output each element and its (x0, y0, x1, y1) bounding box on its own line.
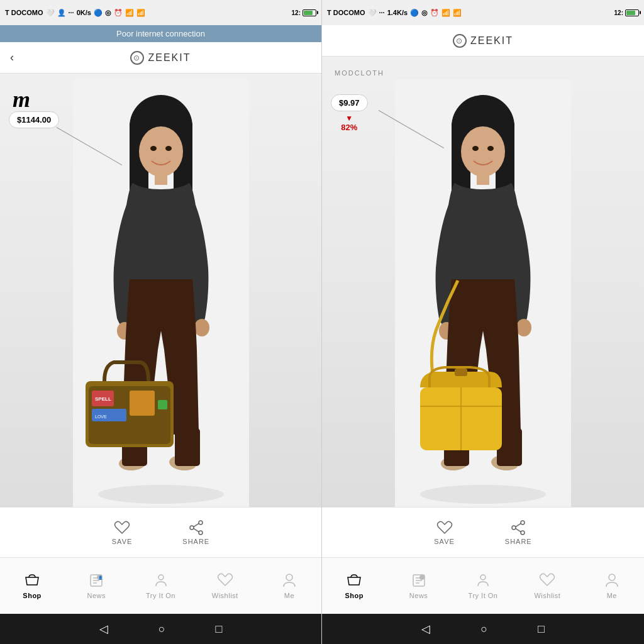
time-left: 12: (292, 9, 301, 16)
status-right-left: 12: (292, 9, 316, 16)
zeekit-logo-icon-left: ⊙ (130, 51, 144, 65)
alarm-icon: ⏰ (114, 9, 123, 17)
nav-tryiton-left[interactable]: Try It On (128, 567, 192, 604)
svg-rect-20 (130, 391, 155, 416)
action-bar-left: SAVE SHARE (0, 507, 321, 557)
nfc-icon-right: ◎ (421, 9, 428, 17)
status-bar-left: T DOCOMO 🤍 👤 ··· 0K/s 🔵 ◎ ⏰ 📶 📶 12: (0, 0, 321, 25)
svg-point-57 (521, 521, 525, 525)
heart-status-right: 🤍 (368, 9, 377, 17)
android-recent-left[interactable]: □ (216, 623, 223, 636)
zeekit-logo-icon-right: ⊙ (453, 34, 467, 48)
discount-pct-right: 82% (341, 123, 357, 132)
android-back-right[interactable]: ◁ (421, 622, 430, 636)
me-icon-left (281, 572, 297, 589)
battery-right (625, 9, 639, 16)
svg-point-6 (139, 126, 183, 177)
dots-status: ··· (69, 9, 74, 16)
nav-shop-right[interactable]: Shop (322, 567, 386, 604)
alarm-icon-right: ⏰ (430, 9, 439, 17)
carrier-left: T DOCOMO (5, 9, 43, 16)
svg-point-24 (199, 521, 203, 525)
svg-line-27 (193, 523, 199, 527)
svg-point-11 (194, 319, 209, 336)
product-area-right[interactable]: MODCLOTH $9.97 ▼ 82% (322, 57, 644, 507)
svg-text:LOVE: LOVE (95, 414, 107, 419)
zeekit-logo-left: ⊙ ZEEKIT (130, 51, 191, 65)
save-button-left[interactable]: SAVE (112, 520, 133, 545)
svg-text:SPELL: SPELL (95, 396, 111, 402)
nav-shop-left[interactable]: Shop (0, 567, 64, 604)
nav-wishlist-left[interactable]: Wishlist (193, 567, 257, 604)
signal-icon-right: 📶 (453, 9, 462, 17)
nav-me-label-right: Me (607, 592, 617, 599)
status-left: T DOCOMO 🤍 👤 ··· 0K/s 🔵 ◎ ⏰ 📶 📶 (5, 9, 145, 17)
action-bar-right: SAVE SHARE (322, 507, 644, 557)
save-button-right[interactable]: SAVE (434, 520, 455, 545)
svg-line-28 (193, 528, 199, 532)
save-label-right: SAVE (434, 538, 455, 545)
svg-point-38 (420, 485, 546, 504)
wifi-icon: 📶 (125, 9, 134, 17)
svg-rect-9 (155, 172, 167, 185)
wifi-icon-right: 📶 (441, 9, 450, 17)
android-recent-right[interactable]: □ (538, 623, 545, 636)
svg-point-67 (480, 575, 486, 580)
brand-modcloth-text: MODCLOTH (335, 69, 384, 77)
android-home-left[interactable]: ○ (158, 623, 165, 636)
price-bubble-right: $9.97 (331, 94, 368, 111)
shop-icon-left (24, 572, 40, 589)
price-tag-left: $1144.00 (9, 111, 59, 128)
speed-left: 0K/s (77, 9, 91, 16)
share-icon-right (510, 520, 526, 535)
status-right-right: 12: (614, 9, 639, 16)
android-home-right[interactable]: ○ (480, 623, 487, 636)
nav-shop-label-left: Shop (23, 592, 42, 599)
brand-logo-left: m (13, 86, 30, 113)
news-icon-right (411, 572, 427, 589)
screen-container: T DOCOMO 🤍 👤 ··· 0K/s 🔵 ◎ ⏰ 📶 📶 12: Poor… (0, 0, 644, 644)
svg-rect-15 (175, 428, 200, 466)
nav-shop-label-right: Shop (345, 592, 364, 599)
tryiton-icon-left (153, 572, 169, 589)
nav-news-label-left: News (87, 592, 106, 599)
shop-icon-right (346, 572, 362, 589)
carrier-right: T DOCOMO (327, 9, 365, 16)
svg-rect-54 (455, 369, 467, 376)
heart-icon-right (436, 520, 453, 535)
bt-icon: 🔵 (94, 9, 103, 17)
poor-internet-banner: Poor internet connection (0, 25, 321, 42)
nav-wishlist-right[interactable]: Wishlist (515, 567, 579, 604)
svg-point-58 (521, 531, 525, 535)
android-back-left[interactable]: ◁ (99, 622, 108, 636)
wishlist-icon-left (217, 572, 233, 589)
nav-news-right[interactable]: News (386, 567, 450, 604)
model-svg-right (395, 79, 571, 507)
svg-point-8 (165, 146, 172, 151)
share-button-left[interactable]: SHARE (182, 520, 209, 545)
bottom-nav-right: Shop News Try It On (322, 557, 644, 614)
svg-point-26 (190, 526, 194, 530)
share-icon-left (188, 520, 204, 535)
nav-me-right[interactable]: Me (580, 567, 644, 604)
svg-point-43 (461, 126, 505, 177)
status-left-right: T DOCOMO 🤍 ··· 1.4K/s 🔵 ◎ ⏰ 📶 📶 (327, 9, 462, 17)
bt-icon-right: 🔵 (410, 9, 419, 17)
nav-tryiton-label-left: Try It On (146, 592, 175, 599)
product-area-left[interactable]: m $1144.00 (0, 74, 321, 507)
nav-tryiton-right[interactable]: Try It On (451, 567, 515, 604)
back-arrow-left[interactable]: ‹ (10, 51, 14, 64)
svg-point-66 (419, 575, 425, 580)
share-button-right[interactable]: SHARE (505, 520, 532, 545)
svg-point-48 (516, 319, 531, 336)
person-status: 👤 (57, 9, 66, 17)
svg-rect-46 (477, 172, 489, 185)
svg-point-59 (512, 526, 516, 530)
me-icon-right (604, 572, 620, 589)
nav-me-left[interactable]: Me (257, 567, 321, 604)
wishlist-icon-right (539, 572, 555, 589)
nav-news-left[interactable]: 👤 News (64, 567, 128, 604)
app-header-left: ‹ ⊙ ZEEKIT (0, 42, 321, 74)
model-svg-left: SPELL LOVE (73, 79, 249, 507)
zeekit-text-right: ZEEKIT (470, 35, 513, 47)
